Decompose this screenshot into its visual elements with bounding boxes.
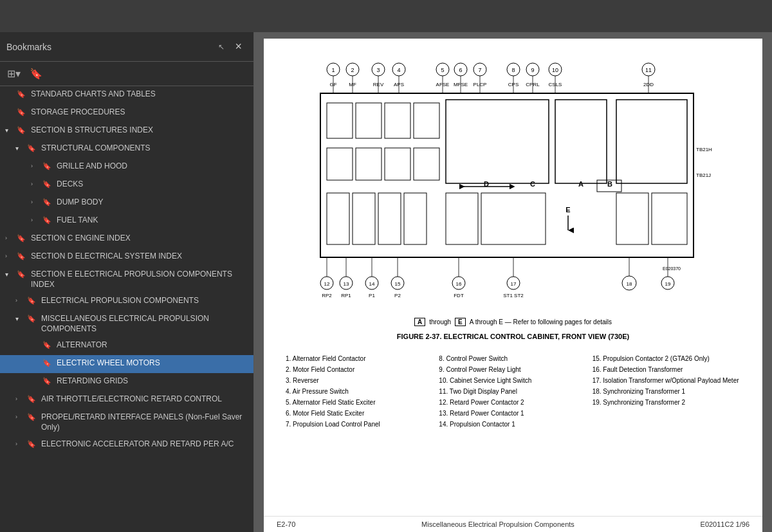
expand-icon: ▾ <box>15 143 26 152</box>
label-e: E <box>455 318 466 326</box>
svg-text:15: 15 <box>394 281 400 287</box>
bookmarks-list: 🔖 STANDARD CHARTS AND TABLES 🔖 STORAGE P… <box>0 86 253 532</box>
bookmark-label: SECTION D ELECTRICAL SYSTEM INDEX <box>31 252 248 262</box>
footer-ref: E02011C2 1/96 <box>701 520 749 528</box>
bookmark-section-d[interactable]: › 🔖 SECTION D ELECTRICAL SYSTEM INDEX <box>0 248 253 266</box>
svg-text:4: 4 <box>397 67 400 73</box>
bookmark-storage-procedures[interactable]: 🔖 STORAGE PROCEDURES <box>0 104 253 122</box>
through-text: through <box>429 318 451 326</box>
expand-icon: › <box>31 197 41 205</box>
bookmark-grille-hood[interactable]: › 🔖 GRILLE AND HOOD <box>0 158 253 176</box>
expand-icon: › <box>31 179 41 187</box>
arrow-icon <box>31 358 41 360</box>
svg-text:RP2: RP2 <box>322 293 332 298</box>
list-item: 8. Control Power Switch <box>436 353 589 364</box>
layout-icon[interactable]: ⊞▾ <box>5 66 23 82</box>
bookmark-label: ELECTRIC WHEEL MOTORS <box>57 358 248 369</box>
svg-text:B: B <box>607 180 612 188</box>
bookmark-label: PROPEL/RETARD INTERFACE PANELS (Non-Fuel… <box>41 412 248 432</box>
svg-text:10: 10 <box>551 67 558 73</box>
bookmark-label: DECKS <box>57 179 248 190</box>
list-item: 6. Motor Field Static Exciter <box>283 408 436 419</box>
bookmark-propel-retard[interactable]: › 🔖 PROPEL/RETARD INTERFACE PANELS (Non-… <box>0 409 253 436</box>
bookmark-electrical-propulsion[interactable]: › 🔖 ELECTRICAL PROPULSION COMPONENTS <box>0 293 253 311</box>
svg-text:6: 6 <box>459 67 462 73</box>
bookmark-icon: 🔖 <box>27 143 37 152</box>
bookmark-section-b[interactable]: ▾ 🔖 SECTION B STRUCTURES INDEX <box>0 122 253 140</box>
svg-text:2: 2 <box>351 67 354 73</box>
label-a: A <box>414 318 425 326</box>
expand-icon: › <box>5 234 15 241</box>
parts-list: 1. Alternator Field Contactor 8. Control… <box>283 353 743 430</box>
expand-icon: ▾ <box>5 270 15 278</box>
bookmark-label: STANDARD CHARTS AND TABLES <box>31 89 248 100</box>
svg-text:FDT: FDT <box>454 293 464 298</box>
bookmark-label: MISCELLANEOUS ELECTRICAL PROPULSION COMP… <box>41 314 248 334</box>
bookmark-search-icon[interactable]: 🔖 <box>28 66 44 82</box>
list-item: 11. Two Digit Display Panel <box>436 386 589 397</box>
svg-text:1: 1 <box>331 67 335 73</box>
bookmark-icon: 🔖 <box>17 125 27 134</box>
bookmark-icon: 🔖 <box>17 270 27 279</box>
bookmark-air-throttle[interactable]: › 🔖 AIR THROTTLE/ELECTRONIC RETARD CONTR… <box>0 391 253 409</box>
svg-text:19: 19 <box>665 281 670 287</box>
svg-text:14: 14 <box>369 281 374 287</box>
svg-text:5: 5 <box>441 67 444 73</box>
expand-icon: › <box>15 439 26 447</box>
bookmark-label: SECTION B STRUCTURES INDEX <box>31 125 248 136</box>
bookmark-section-e[interactable]: ▾ 🔖 SECTION E ELECTRICAL PROPULSION COMP… <box>0 266 253 293</box>
bookmark-label: AIR THROTTLE/ELECTRONIC RETARD CONTROL <box>41 394 248 405</box>
expand-icon: ▾ <box>5 125 15 134</box>
bookmark-icon: 🔖 <box>42 179 53 188</box>
bookmark-label: ALTERNATOR <box>57 340 248 351</box>
svg-text:C: C <box>530 180 535 188</box>
svg-text:3: 3 <box>376 67 380 73</box>
bookmark-label: FUEL TANK <box>57 216 248 226</box>
arrow-icon <box>5 107 15 109</box>
expand-icon: › <box>5 252 15 259</box>
bookmark-dump-body[interactable]: › 🔖 DUMP BODY <box>0 194 253 212</box>
panel-title: Bookmarks <box>6 42 218 52</box>
bookmark-icon: 🔖 <box>27 439 37 448</box>
bookmark-icon: 🔖 <box>42 358 53 367</box>
list-item: 18. Synchronizing Transformer 1 <box>590 386 743 397</box>
bookmark-decks[interactable]: › 🔖 DECKS <box>0 176 253 194</box>
list-item: 15. Propulsion Contactor 2 (GTA26 Only) <box>590 353 743 364</box>
svg-text:17: 17 <box>510 281 516 287</box>
svg-text:P1: P1 <box>369 293 375 298</box>
bookmark-structural-components[interactable]: ▾ 🔖 STRUCTURAL COMPONENTS <box>0 140 253 158</box>
svg-text:16: 16 <box>455 281 461 287</box>
expand-icon: › <box>31 216 41 223</box>
bookmark-misc-electrical[interactable]: ▾ 🔖 MISCELLANEOUS ELECTRICAL PROPULSION … <box>0 311 253 337</box>
electrical-cabinet-diagram: 1 2 3 4 5 6 7 8 9 <box>314 58 713 315</box>
list-item <box>590 419 743 430</box>
close-button[interactable]: × <box>230 37 247 56</box>
bookmark-retarding-grids[interactable]: 🔖 RETARDING GRIDS <box>0 373 253 391</box>
bookmark-label: SECTION C ENGINE INDEX <box>31 234 248 244</box>
bookmark-electronic-accelerator[interactable]: › 🔖 ELECTRONIC ACCELERATOR AND RETARD PE… <box>0 436 253 454</box>
arrow-icon <box>31 340 41 342</box>
list-item: 13. Retard Power Contactor 1 <box>436 408 589 419</box>
bookmark-section-c[interactable]: › 🔖 SECTION C ENGINE INDEX <box>0 230 253 248</box>
footer-section: Miscellaneous Electrical Propulsion Comp… <box>421 520 574 528</box>
list-item: 1. Alternator Field Contactor <box>283 353 436 364</box>
bookmark-icon: 🔖 <box>17 89 27 98</box>
bookmark-icon: 🔖 <box>27 296 37 305</box>
svg-text:12: 12 <box>324 281 329 287</box>
cursor-icon: ↖ <box>218 42 225 51</box>
bookmark-icon: 🔖 <box>27 314 37 323</box>
bookmark-electric-wheel-motors[interactable]: 🔖 ELECTRIC WHEEL MOTORS <box>0 355 253 373</box>
list-item <box>590 408 743 419</box>
expand-icon: › <box>31 161 41 169</box>
svg-text:E020370: E020370 <box>662 266 680 271</box>
bookmark-icon: 🔖 <box>42 161 53 170</box>
bookmark-alternator[interactable]: 🔖 ALTERNATOR <box>0 337 253 355</box>
svg-text:11: 11 <box>645 67 651 73</box>
footer-page: E2-70 <box>277 520 295 528</box>
collapse-handle[interactable]: ‹ <box>253 270 254 295</box>
list-item: 14. Propulsion Contactor 1 <box>436 419 589 430</box>
bookmark-standard-charts[interactable]: 🔖 STANDARD CHARTS AND TABLES <box>0 86 253 104</box>
bookmark-fuel-tank[interactable]: › 🔖 FUEL TANK <box>0 212 253 230</box>
svg-text:13: 13 <box>343 281 349 287</box>
pdf-page: 1 2 3 4 5 6 7 8 9 <box>264 39 762 516</box>
